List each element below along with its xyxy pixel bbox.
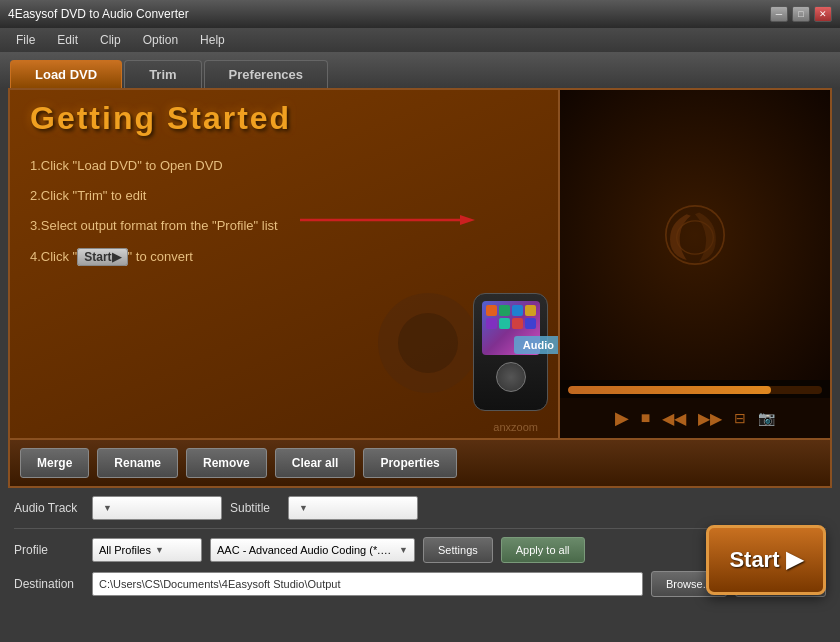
video-preview: [560, 90, 830, 380]
rename-button[interactable]: Rename: [97, 448, 178, 478]
menu-edit[interactable]: Edit: [47, 31, 88, 49]
format-combo[interactable]: AAC - Advanced Audio Coding (*.aac) ▼: [210, 538, 415, 562]
separator-line: [14, 528, 826, 529]
play-button[interactable]: ▶: [615, 407, 629, 429]
audio-track-combo[interactable]: ▼: [92, 496, 222, 520]
app-icon-6: [499, 318, 510, 329]
subtitle-arrow: ▼: [299, 503, 308, 513]
getting-started-title: Getting Started: [30, 100, 538, 137]
stop-button[interactable]: ■: [641, 409, 651, 427]
start-button[interactable]: Start ▶: [706, 525, 826, 595]
menu-clip[interactable]: Clip: [90, 31, 131, 49]
title-bar: 4Easysof DVD to Audio Converter ─ □ ✕: [0, 0, 840, 28]
destination-input[interactable]: [92, 572, 643, 596]
tab-load-dvd[interactable]: Load DVD: [10, 60, 122, 88]
profile-value: All Profiles: [99, 544, 151, 556]
main-area: Getting Started 1.Click "Load DVD" to Op…: [8, 88, 832, 440]
step-3: 3.Select output format from the "Profile…: [30, 217, 538, 235]
audio-track-label: Audio Track: [14, 501, 84, 515]
menu-file[interactable]: File: [6, 31, 45, 49]
app-icon-1: [486, 305, 497, 316]
seek-fill: [568, 386, 771, 394]
app-icon-7: [512, 318, 523, 329]
dvd-logo-svg: [645, 195, 745, 275]
format-value: AAC - Advanced Audio Coding (*.aac): [217, 544, 395, 556]
bottom-section: Audio Track ▼ Subtitle ▼ Profile All Pro…: [0, 488, 840, 609]
video-preview-panel: ▶ ■ ◀◀ ▶▶ ⊟ 📷: [560, 90, 830, 438]
profile-arrow: ▼: [155, 545, 164, 555]
menu-help[interactable]: Help: [190, 31, 235, 49]
seek-bar-area[interactable]: [560, 380, 830, 398]
format-arrow: ▼: [399, 545, 408, 555]
audio-track-row: Audio Track ▼ Subtitle ▼: [0, 488, 840, 528]
disc-bg-svg: [373, 288, 483, 398]
step-4-start-highlight: Start▶: [77, 248, 127, 266]
close-button[interactable]: ✕: [814, 6, 832, 22]
menu-bar: File Edit Clip Option Help: [0, 28, 840, 52]
app-icon-4: [525, 305, 536, 316]
tab-trim[interactable]: Trim: [124, 60, 201, 88]
properties-button[interactable]: Properties: [363, 448, 456, 478]
camera-button[interactable]: 📷: [758, 410, 775, 426]
step-1: 1.Click "Load DVD" to Open DVD: [30, 157, 538, 175]
merge-button[interactable]: Merge: [20, 448, 89, 478]
app-icon-5: [486, 318, 497, 329]
window-title: 4Easysof DVD to Audio Converter: [8, 7, 189, 21]
step-2: 2.Click "Trim" to edit: [30, 187, 538, 205]
app-icon-3: [512, 305, 523, 316]
app-icon-2: [499, 305, 510, 316]
subtitle-combo[interactable]: ▼: [288, 496, 418, 520]
forward-button[interactable]: ▶▶: [698, 409, 722, 428]
ipod-app-grid: [482, 301, 540, 333]
clear-all-button[interactable]: Clear all: [275, 448, 356, 478]
svg-point-4: [649, 200, 741, 270]
tab-bar: Load DVD Trim Preferences: [0, 52, 840, 88]
watermark: anxzoom: [493, 421, 538, 433]
window-controls: ─ □ ✕: [770, 6, 832, 22]
menu-option[interactable]: Option: [133, 31, 188, 49]
apply-all-button[interactable]: Apply to all: [501, 537, 585, 563]
destination-label: Destination: [14, 577, 84, 591]
screenshot-button[interactable]: ⊟: [734, 410, 746, 426]
start-button-container: Start ▶: [706, 525, 826, 595]
subtitle-label: Subtitle: [230, 501, 280, 515]
remove-button[interactable]: Remove: [186, 448, 267, 478]
profile-combo[interactable]: All Profiles ▼: [92, 538, 202, 562]
step-4: 4.Click "Start▶" to convert: [30, 248, 538, 266]
settings-button[interactable]: Settings: [423, 537, 493, 563]
device-illustration: Audio: [373, 288, 553, 428]
svg-point-3: [398, 313, 458, 373]
ipod-wheel: [496, 362, 526, 392]
rewind-button[interactable]: ◀◀: [662, 409, 686, 428]
profile-label: Profile: [14, 543, 84, 557]
audio-badge: Audio: [514, 336, 560, 354]
button-bar: Merge Rename Remove Clear all Properties: [8, 440, 832, 488]
seek-track[interactable]: [568, 386, 822, 394]
audio-track-arrow: ▼: [103, 503, 112, 513]
player-controls: ▶ ■ ◀◀ ▶▶ ⊟ 📷: [560, 398, 830, 438]
app-icon-8: [525, 318, 536, 329]
minimize-button[interactable]: ─: [770, 6, 788, 22]
tab-preferences[interactable]: Preferences: [204, 60, 328, 88]
maximize-button[interactable]: □: [792, 6, 810, 22]
left-panel: Getting Started 1.Click "Load DVD" to Op…: [10, 90, 560, 438]
